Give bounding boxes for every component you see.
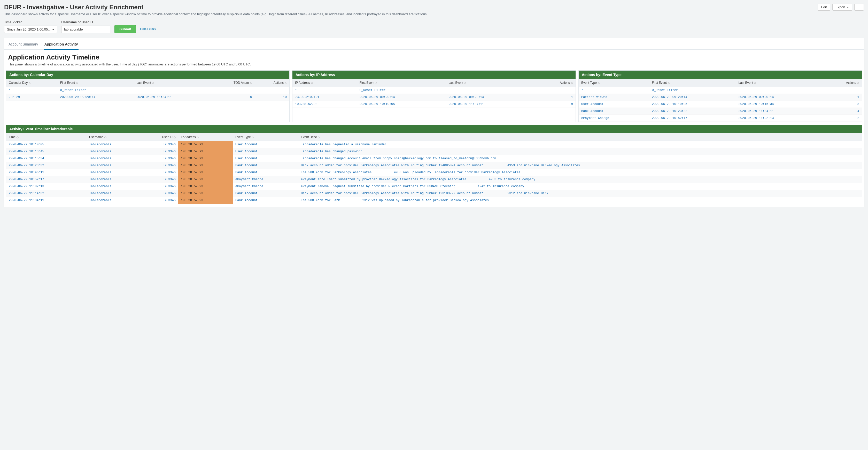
- table-row[interactable]: Patient Viewed2020-06-29 09:20:142020-06…: [579, 94, 862, 101]
- timepicker-label: Time Picker: [4, 20, 57, 24]
- col-actions[interactable]: Actions◇: [823, 79, 862, 87]
- table-row[interactable]: User Account2020-06-29 10:10:052020-06-2…: [579, 101, 862, 108]
- panel-calendar-head: Actions by: Calendar Day: [6, 71, 289, 79]
- col-calendar-day[interactable]: Calendar Day◇: [6, 79, 58, 87]
- table-event-type: Event Type◇ First Event◇ Last Event◇ Act…: [579, 79, 862, 122]
- section-title: Application Activity Timeline: [8, 53, 860, 61]
- col-actions[interactable]: Actions◇: [254, 79, 289, 87]
- username-input[interactable]: [61, 26, 110, 33]
- col-tod-anom[interactable]: TOD Anom◇: [210, 79, 255, 87]
- more-button[interactable]: ...: [854, 4, 864, 10]
- page-title: DFUR - Investigative - User Activity Enr…: [4, 4, 144, 11]
- edit-button[interactable]: Edit: [817, 4, 830, 10]
- table-row[interactable]: ePayment Change2020-06-29 10:52:172020-0…: [579, 115, 862, 122]
- section-desc: This panel shows a timeline of applicati…: [8, 62, 860, 66]
- table-ip: IP Address◇ First Event◇ Last Event◇ Act…: [292, 79, 576, 108]
- table-row[interactable]: 2020-06-29 10:13:45labradorable875334610…: [6, 148, 862, 155]
- table-row[interactable]: 103.28.52.932020-06-29 10:10:052020-06-2…: [292, 101, 576, 108]
- timepicker-select[interactable]: Since Jun 26, 2020 1:00:05...: [4, 26, 57, 33]
- panel-event-head: Actions by: Event Type: [579, 71, 862, 79]
- page-subtitle: This dashboard shows activity for a spec…: [4, 12, 778, 17]
- hide-filters-link[interactable]: Hide Filters: [140, 27, 156, 33]
- submit-button[interactable]: Submit: [115, 25, 136, 33]
- col-first-event[interactable]: First Event◇: [649, 79, 736, 87]
- table-timeline: Time◇ Username◇ User ID◇ IP Address◇ Eve…: [6, 133, 862, 204]
- table-row[interactable]: 2020-06-29 11:14:32labradorable875334610…: [6, 190, 862, 197]
- table-row[interactable]: 2020-06-29 10:46:11labradorable875334610…: [6, 169, 862, 176]
- tab-account-summary[interactable]: Account Summary: [8, 40, 38, 49]
- table-row[interactable]: *0_Reset Filter: [579, 87, 862, 94]
- col-last-event[interactable]: Last Event◇: [446, 79, 535, 87]
- col-event-type[interactable]: Event Type◇: [233, 133, 299, 141]
- username-label: Username or User ID: [61, 20, 110, 24]
- col-event-type[interactable]: Event Type◇: [579, 79, 649, 87]
- col-first-event[interactable]: First Event◇: [58, 79, 134, 87]
- table-row[interactable]: 2020-06-29 10:23:32labradorable875334610…: [6, 162, 862, 169]
- table-calendar: Calendar Day◇ First Event◇ Last Event◇ T…: [6, 79, 289, 101]
- table-row[interactable]: 2020-06-29 10:52:17labradorable875334610…: [6, 176, 862, 183]
- col-first-event[interactable]: First Event◇: [357, 79, 446, 87]
- col-last-event[interactable]: Last Event◇: [736, 79, 823, 87]
- col-username[interactable]: Username◇: [87, 133, 141, 141]
- panel-timeline-head: Activity Event Timeline: labradorable: [6, 125, 862, 133]
- table-row[interactable]: *0_Reset Filter: [292, 87, 576, 94]
- table-row[interactable]: *0_Reset Filter: [6, 87, 289, 94]
- col-last-event[interactable]: Last Event◇: [134, 79, 210, 87]
- table-row[interactable]: Bank Account2020-06-29 10:23:322020-06-2…: [579, 108, 862, 115]
- table-row[interactable]: 2020-06-29 10:15:34labradorable875334610…: [6, 155, 862, 162]
- col-actions[interactable]: Actions◇: [535, 79, 576, 87]
- table-row[interactable]: 2020-06-29 11:02:13labradorable875334610…: [6, 183, 862, 190]
- col-time[interactable]: Time◇: [6, 133, 87, 141]
- export-button[interactable]: Export: [832, 4, 852, 10]
- col-event-desc[interactable]: Event Desc◇: [299, 133, 862, 141]
- tab-application-activity[interactable]: Application Activity: [44, 40, 78, 50]
- col-ip[interactable]: IP Address◇: [292, 79, 357, 87]
- table-row[interactable]: 73.90.210.1912020-06-29 09:20:142020-06-…: [292, 94, 576, 101]
- panel-ip-head: Actions by: IP Address: [292, 71, 576, 79]
- table-row[interactable]: 2020-06-29 11:34:11labradorable875334610…: [6, 197, 862, 204]
- table-row[interactable]: Jun 292020-06-29 09:20:142020-06-29 11:3…: [6, 94, 289, 101]
- col-userid[interactable]: User ID◇: [141, 133, 178, 141]
- col-ip[interactable]: IP Address◇: [178, 133, 233, 141]
- table-row[interactable]: 2020-06-29 10:10:05labradorable875334610…: [6, 141, 862, 148]
